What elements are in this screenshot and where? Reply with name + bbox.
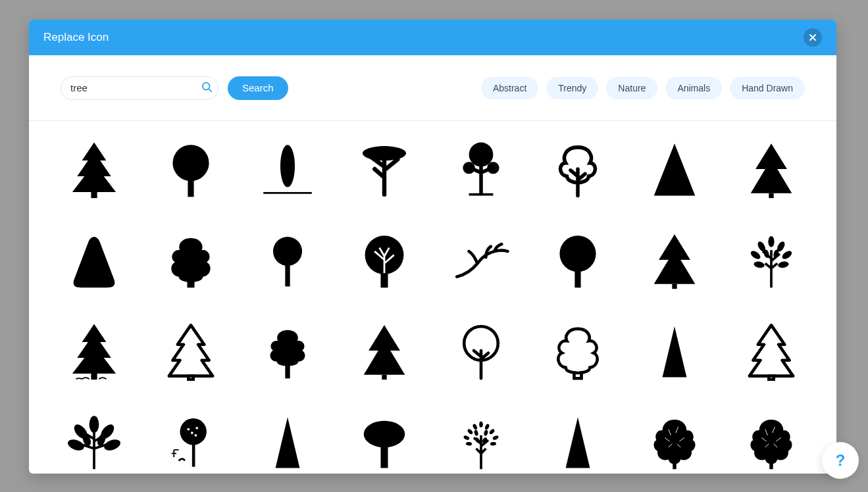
dotted-leaves-tree-icon[interactable] [442,405,521,474]
spruce-tree-icon[interactable] [635,224,713,296]
realistic-tree-icon[interactable] [635,405,713,474]
detailed-round-tree-icon[interactable] [345,224,424,296]
search-icon [201,81,213,95]
tall-triangle-tree-icon[interactable] [538,405,617,474]
category-chips: Abstract Trendy Nature Animals Hand Draw… [481,77,805,99]
leafy-tree-icon[interactable] [732,224,810,296]
search-group: Search [61,76,288,100]
help-button[interactable]: ? [822,442,859,479]
narrow-tree-icon[interactable] [635,314,713,387]
music-tree-icon[interactable] [152,405,230,474]
icon-grid [55,133,810,474]
round-tree-outline-icon[interactable] [538,133,617,205]
evergreen-tree-icon[interactable] [345,314,424,387]
apple-tree-outline-icon[interactable] [442,314,521,387]
fir-tree-icon[interactable] [732,133,810,205]
search-field-wrap[interactable] [61,76,218,100]
pine-tree-icon[interactable] [55,133,134,205]
textured-tree-icon[interactable] [732,405,810,474]
modal-header: Replace Icon [29,20,836,55]
replace-icon-modal: Replace Icon Search Abstract Trendy Natu… [29,20,836,474]
close-button[interactable] [804,28,822,47]
svg-point-0 [203,82,210,89]
simple-pine-icon[interactable] [249,405,327,474]
oak-tree-outline-icon[interactable] [538,314,617,387]
search-input[interactable] [70,82,195,93]
chip-trendy[interactable]: Trendy [546,77,598,99]
broad-tree-icon[interactable] [345,405,424,474]
simple-round-tree-icon[interactable] [538,224,617,296]
fir-tree-outline-icon[interactable] [732,314,810,387]
icon-grid-scroll[interactable] [29,121,836,474]
rounded-triangle-tree-icon[interactable] [55,224,134,296]
chip-abstract[interactable]: Abstract [481,77,538,99]
chip-hand-drawn[interactable]: Hand Drawn [730,77,805,99]
branch-with-leaves-icon[interactable] [55,405,134,474]
pine-with-roots-icon[interactable] [55,314,134,387]
bonsai-tree-icon[interactable] [442,133,521,205]
search-button[interactable]: Search [228,76,288,100]
search-toolbar: Search Abstract Trendy Nature Animals Ha… [29,55,836,121]
chip-nature[interactable]: Nature [606,77,657,99]
triangle-tree-icon[interactable] [635,133,713,205]
chip-animals[interactable]: Animals [665,77,722,99]
cloud-tree-icon[interactable] [249,314,327,387]
bare-branch-icon[interactable] [442,224,521,296]
modal-title: Replace Icon [43,31,109,44]
close-icon [808,33,817,42]
lollipop-tree-icon[interactable] [249,224,327,296]
round-tree-stem-icon[interactable] [152,133,230,205]
bushy-tree-icon[interactable] [152,224,230,296]
savanna-tree-icon[interactable] [345,133,424,205]
cypress-tree-icon[interactable] [249,133,327,205]
christmas-tree-outline-icon[interactable] [152,314,230,387]
